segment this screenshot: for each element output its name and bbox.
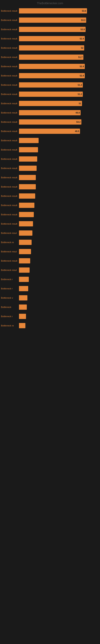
bar-wrapper: [19, 184, 98, 190]
bar: 52.4: [19, 64, 85, 69]
bar-row: Bottleneck resul: [1, 267, 98, 273]
bar: 51: [19, 101, 82, 106]
bar: 50.2: [19, 119, 81, 124]
bar: [19, 156, 37, 162]
bar-label: Bottleneck resul: [1, 269, 19, 271]
bar-value: 51: [79, 102, 81, 105]
bar-row: Bottleneck v: [1, 295, 98, 301]
bar: [19, 268, 30, 273]
bar-wrapper: [19, 304, 98, 310]
bar-row: Bottleneck result: [1, 174, 98, 181]
bar-value: 53.6: [82, 10, 86, 12]
bar-wrapper: 53.6: [19, 8, 98, 14]
bar-row: Bottleneck result49.5: [1, 128, 98, 134]
bar-row: Bottleneck resul: [1, 230, 98, 236]
bar-wrapper: [19, 146, 98, 153]
bar-label: Bottleneck result: [1, 213, 19, 216]
bar-label: Bottleneck result: [1, 195, 19, 197]
bar: [19, 323, 25, 328]
bar: 52: [19, 45, 84, 50]
bar-label: Bottleneck result: [1, 130, 19, 132]
bar-row: Bottleneck result: [1, 156, 98, 162]
chart-container: Bottleneck result53.6Bottleneck result53…: [0, 6, 100, 334]
bar-row: Bottleneck result52.8: [1, 26, 98, 32]
bar-wrapper: [19, 174, 98, 181]
bar-wrapper: [19, 137, 98, 144]
bar-row: Bottleneck result51.7: [1, 54, 98, 60]
bar-row: Bottleneck result: [1, 258, 98, 264]
bar-row: Bottleneck result50.2: [1, 119, 98, 125]
bar-label: Bottleneck result: [1, 260, 19, 262]
bar: 52.4: [19, 36, 85, 41]
bar-row: Bottleneck result: [1, 202, 98, 208]
bar-label: Bottleneck result: [1, 139, 19, 142]
bar: [19, 138, 39, 143]
bar-wrapper: [19, 165, 98, 172]
bar-wrapper: [19, 230, 98, 236]
bar: [19, 295, 27, 300]
bar: 49.5: [19, 128, 80, 134]
bar-label: Bottleneck re: [1, 324, 19, 327]
bar-label: Bottleneck result: [1, 47, 19, 49]
bar-wrapper: 52.4: [19, 72, 98, 79]
bar-label: Bottleneck result: [1, 65, 19, 68]
bar-row: Bottleneck result: [1, 220, 98, 227]
bar-row: Bottleneck resul: [1, 248, 98, 255]
bar-wrapper: 52.8: [19, 26, 98, 32]
bar-value: 52.4: [80, 38, 84, 40]
bar: 53.6: [19, 8, 87, 14]
bar-row: Bottleneck result: [1, 193, 98, 199]
bar-label: Bottleneck result: [1, 74, 19, 77]
bar-label: Bottleneck result: [1, 102, 19, 105]
bar-wrapper: [19, 322, 98, 329]
bar-value: 52: [81, 47, 83, 49]
bar: 52.4: [19, 73, 85, 78]
bar-row: Bottleneck re: [1, 322, 98, 329]
bar-row: Bottleneck result51: [1, 100, 98, 107]
site-header: TheBottlenecker.com: [0, 0, 100, 6]
bar-row: Bottleneck result: [1, 211, 98, 218]
bar-label: Bottleneck result: [1, 204, 19, 206]
bar-row: Bottleneck result: [1, 184, 98, 190]
bar: [19, 166, 37, 171]
bar: 49.8: [19, 110, 81, 115]
bar-row: Bottleneck result52: [1, 45, 98, 51]
bar-wrapper: [19, 193, 98, 199]
bar: [19, 212, 34, 217]
bar: [19, 277, 29, 282]
bar-label: Bottleneck result: [1, 84, 19, 86]
bar-row: Bottleneck: [1, 304, 98, 310]
bar-label: Bottleneck result: [1, 158, 19, 160]
bar-row: Bottleneck re: [1, 239, 98, 246]
bar-wrapper: [19, 285, 98, 292]
bar-wrapper: 51.3: [19, 82, 98, 88]
bar-value: 51.3: [78, 84, 82, 86]
bar-wrapper: 50.2: [19, 119, 98, 125]
bar-row: Bottleneck result53.6: [1, 8, 98, 14]
bar-row: Bottleneck r: [1, 313, 98, 320]
bar-value: 52.8: [81, 28, 85, 30]
bar-label: Bottleneck resul: [1, 232, 19, 234]
bar-value: 51.7: [78, 56, 83, 58]
bar-wrapper: [19, 313, 98, 320]
bar-label: Bottleneck result: [1, 10, 19, 12]
bar: 53.3: [19, 18, 86, 23]
bar-label: Bottleneck result: [1, 176, 19, 179]
bar-row: Bottleneck result52.4: [1, 36, 98, 42]
bar-row: Bottleneck result: [1, 165, 98, 172]
bar-value: 50.2: [76, 121, 81, 123]
bar-label: Bottleneck result: [1, 112, 19, 114]
bar-label: Bottleneck r: [1, 315, 19, 318]
bar-wrapper: [19, 239, 98, 246]
bar: [19, 314, 26, 319]
bar-value: 53.3: [81, 19, 85, 21]
bar: [19, 230, 32, 236]
bar-wrapper: 51: [19, 100, 98, 107]
bar-wrapper: 49.8: [19, 110, 98, 116]
bar: [19, 203, 34, 208]
bar: 51.2: [19, 92, 83, 97]
bar: [19, 194, 35, 199]
bar-label: Bottleneck result: [1, 19, 19, 21]
bar: [19, 258, 30, 264]
bar-label: Bottleneck: [1, 306, 19, 308]
